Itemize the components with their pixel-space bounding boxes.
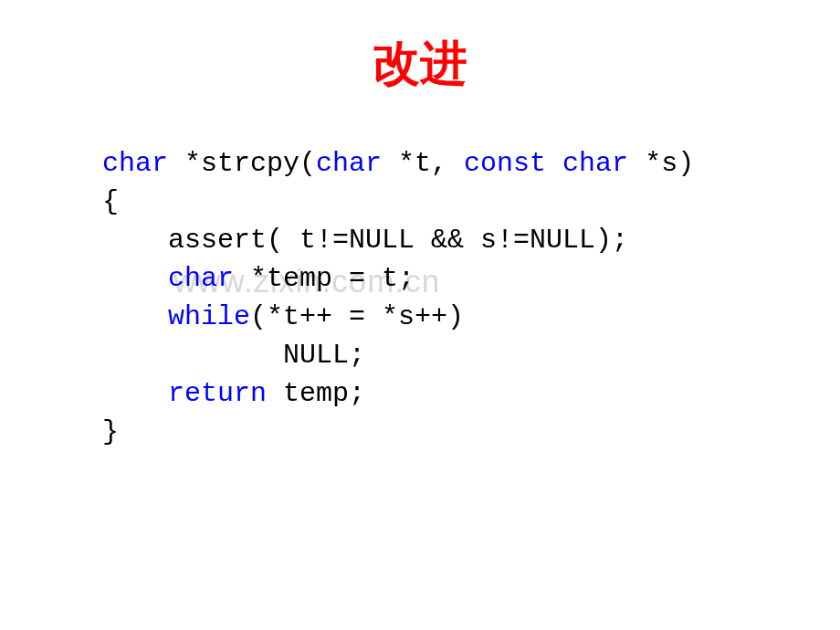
code-keyword: while [168, 301, 250, 332]
code-text: } [102, 416, 119, 447]
code-text: *strcpy( [168, 148, 316, 179]
code-text: *temp = t; [234, 263, 415, 294]
code-text [102, 263, 168, 294]
code-keyword: return [168, 378, 267, 409]
slide-title: 改进 [0, 32, 840, 96]
code-text: { [102, 186, 119, 217]
code-text [102, 378, 168, 409]
code-keyword: char [316, 148, 382, 179]
code-text: assert( t!=NULL && s!=NULL); [102, 225, 628, 256]
code-text: *t, [382, 148, 464, 179]
code-text: (*t++ = *s++) [250, 301, 464, 332]
code-text: *s) [628, 148, 694, 179]
code-keyword: char [102, 148, 168, 179]
code-keyword: char [168, 263, 234, 294]
code-text [546, 148, 562, 179]
code-keyword: const [464, 148, 546, 179]
code-text [102, 301, 168, 332]
code-block: char *strcpy(char *t, const char *s) { a… [102, 144, 694, 451]
code-keyword: char [562, 148, 628, 179]
code-text: NULL; [102, 340, 365, 371]
code-text: temp; [267, 378, 365, 409]
